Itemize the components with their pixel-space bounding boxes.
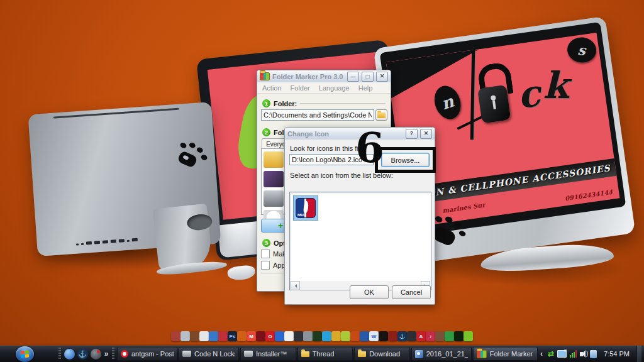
quicklaunch-daemon-icon[interactable]: [91, 349, 101, 359]
word-dock-icon[interactable]: W: [369, 331, 379, 341]
matrix-dock-icon[interactable]: [454, 331, 464, 341]
printer-dock-icon[interactable]: [171, 331, 180, 341]
flask-dock-icon[interactable]: [256, 331, 265, 341]
scroll-left-button[interactable]: [291, 281, 300, 290]
taskbar-button-download[interactable]: Download: [354, 347, 410, 361]
step2-number-badge: 2: [262, 128, 270, 136]
logo-letter-s: s: [566, 36, 597, 64]
android-dock-icon[interactable]: [464, 331, 473, 341]
atf-dock-icon[interactable]: [313, 331, 322, 341]
dialog-title: Change Icon: [287, 130, 403, 138]
logo-letter-n: n: [430, 82, 465, 123]
taskbar-button-antgsm[interactable]: antgsm - Post Ne...: [117, 347, 177, 361]
folder-icon: [358, 351, 366, 357]
mail-dock-icon[interactable]: M: [247, 331, 256, 341]
logo-letter-c: c: [515, 72, 543, 117]
menu-action[interactable]: Action: [262, 84, 282, 92]
contact-dock-icon[interactable]: [435, 331, 445, 341]
quicklaunch-media-icon[interactable]: [64, 349, 75, 359]
taskbar: ⚓ » antgsm - Post Ne... Code N Locks (D:…: [0, 344, 644, 362]
folders-dock-icon[interactable]: [341, 331, 350, 341]
network-activity-icon[interactable]: ⇄: [548, 349, 554, 358]
itunes-dock-icon[interactable]: ♪: [426, 331, 435, 341]
minimize-button[interactable]: [347, 72, 359, 82]
folder-marker-app-icon: [260, 72, 270, 80]
dialog-close-button[interactable]: [420, 129, 432, 139]
tray-document-icon[interactable]: [590, 350, 597, 358]
nero-dock-icon[interactable]: [350, 331, 360, 341]
step1-row: 1 Folder:: [262, 99, 386, 107]
theater-dock-icon[interactable]: [379, 331, 388, 341]
grid-icon-drive[interactable]: [264, 190, 284, 207]
browser-dock-icon[interactable]: [275, 331, 284, 341]
maximize-button[interactable]: [362, 72, 374, 82]
icon-list[interactable]: NBA: [289, 192, 431, 290]
open-folder-icon: [377, 112, 386, 118]
camera-dock-icon[interactable]: [360, 331, 369, 341]
selected-icon-tile[interactable]: NBA: [293, 195, 318, 221]
utorrent-dock-icon[interactable]: ⚓: [397, 331, 407, 341]
tools-dock-icon[interactable]: [331, 331, 341, 341]
film-dock-icon[interactable]: [294, 331, 303, 341]
logo-lock-body: [477, 85, 511, 124]
quicklaunch-utorrent-icon[interactable]: ⚓: [77, 349, 88, 359]
photoshop-dock-icon[interactable]: Ps: [228, 331, 237, 341]
image-viewer-icon: [415, 350, 423, 358]
blackberry-dock-icon[interactable]: [407, 331, 416, 341]
step1-number-badge: 1: [262, 99, 270, 107]
system-tray: ‹ ⇄ 7:54 PM: [538, 346, 644, 362]
apply-settings-checkbox[interactable]: [261, 261, 270, 270]
notepad-dock-icon[interactable]: [199, 331, 209, 341]
clock[interactable]: 7:54 PM: [600, 350, 633, 358]
menu-folder[interactable]: Folder: [291, 84, 310, 92]
menu-help[interactable]: Help: [358, 84, 373, 92]
avira-dock-icon[interactable]: A: [416, 331, 426, 341]
grid-icon-film-reel[interactable]: [264, 171, 284, 187]
search-doc-dock-icon[interactable]: [209, 331, 218, 341]
drive-icon: [244, 351, 253, 357]
menu-language[interactable]: Language: [319, 84, 350, 92]
opera-dock-icon[interactable]: O: [265, 331, 275, 341]
taskbar-button-folder-marker[interactable]: Folder Marker: [473, 347, 538, 361]
volume-icon[interactable]: [580, 352, 583, 356]
tray-collapse-chevron[interactable]: ‹: [538, 349, 545, 358]
grid-icon-folder[interactable]: [264, 151, 284, 168]
wireless-monitor-icon[interactable]: [557, 350, 567, 358]
taskbar-button-thread[interactable]: Thread: [297, 347, 353, 361]
separator: [58, 348, 61, 360]
plus-icon: +: [278, 221, 283, 231]
taskbar-button-code-n-locks[interactable]: Code N Locks (D:): [179, 347, 239, 361]
wallet-dock-icon[interactable]: [190, 331, 199, 341]
ok-button[interactable]: OK: [350, 285, 389, 299]
phonebook-dock-icon[interactable]: [445, 331, 454, 341]
browse-button[interactable]: Browse...: [381, 153, 430, 167]
taskbar-button-installer[interactable]: Installer™: [240, 347, 296, 361]
close-button[interactable]: [376, 72, 388, 82]
imac-middle-foot: [227, 265, 256, 281]
show-desktop-strip[interactable]: [636, 346, 641, 362]
folder-path-input[interactable]: [261, 109, 374, 121]
logo-letter-k: k: [543, 64, 569, 107]
start-button[interactable]: [16, 346, 34, 362]
separator: [112, 348, 114, 360]
globe-dock-icon[interactable]: [322, 331, 331, 341]
codec-dock-icon[interactable]: [303, 331, 313, 341]
signal-strength-icon[interactable]: [570, 350, 577, 358]
logo-lock-spike: [470, 39, 475, 140]
trash-dock-icon[interactable]: [180, 331, 190, 341]
cars-dock-icon[interactable]: [388, 331, 397, 341]
make-custom-checkbox[interactable]: [261, 250, 270, 258]
imac-left-stand: [153, 204, 213, 274]
folder-marker-titlebar[interactable]: Folder Marker Pro 3.0: [257, 70, 391, 82]
notes-dock-icon[interactable]: [284, 331, 294, 341]
help-button[interactable]: [406, 129, 418, 139]
taskbar-button-image[interactable]: 2016_01_21_19...: [411, 347, 472, 361]
winrar-dock-icon[interactable]: [218, 331, 228, 341]
desktop: n c k s ION & CELLPHONE ACCESSORIES mari…: [0, 0, 644, 362]
cancel-button[interactable]: Cancel: [392, 285, 431, 299]
browse-folder-button[interactable]: [375, 109, 387, 121]
quicklaunch-overflow-chevron[interactable]: »: [103, 349, 111, 358]
folder-icon: [301, 351, 309, 357]
menu-bar: Action Folder Language Help: [257, 82, 391, 94]
headphones-dock-icon[interactable]: [237, 331, 247, 341]
